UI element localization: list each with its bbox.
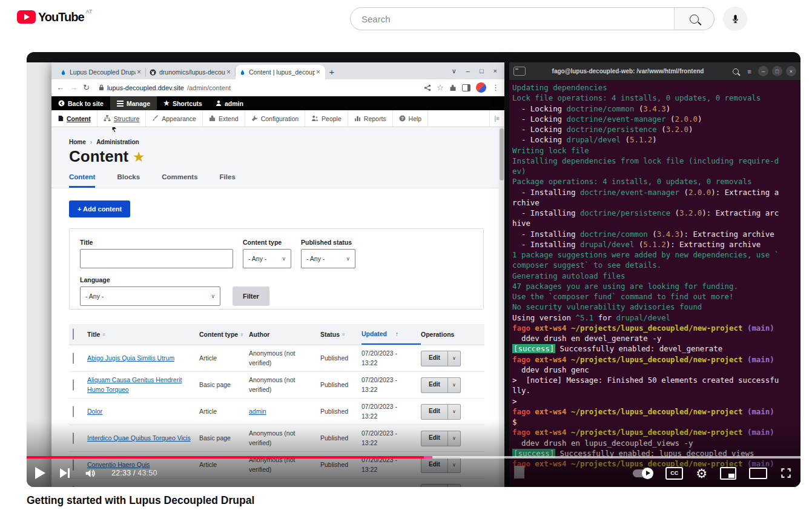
filter-button[interactable]: Filter (233, 286, 269, 306)
language-select[interactable]: - Any -∨ (80, 286, 220, 306)
voice-search-button[interactable] (723, 7, 747, 31)
autoplay-toggle[interactable] (633, 469, 653, 477)
edit-dropdown-button[interactable]: Edit∨ (421, 431, 461, 446)
menu-item-structure[interactable]: Structure (97, 110, 147, 127)
admin-user-button[interactable]: admin (209, 96, 250, 110)
search-button[interactable] (674, 7, 715, 30)
title-filter-input[interactable] (80, 249, 233, 268)
settings-gear-icon[interactable]: ⚙ (696, 467, 707, 480)
terminal-new-tab-icon[interactable] (513, 67, 526, 76)
tab-blocks[interactable]: Blocks (117, 173, 140, 188)
shortcuts-button[interactable]: ★ Shortcuts (157, 96, 209, 110)
terminal-output[interactable]: Updating dependenciesLock file operation… (509, 81, 800, 487)
theater-mode-button[interactable] (749, 468, 767, 479)
profile-avatar[interactable] (476, 82, 486, 93)
content-title-link[interactable]: Abigo Jugis Quia Similis Utrum (87, 354, 174, 362)
chevron-down-icon[interactable]: ∨ (447, 351, 460, 366)
fullscreen-button[interactable] (780, 467, 792, 479)
row-checkbox[interactable] (73, 379, 74, 391)
side-panel-icon[interactable] (462, 84, 470, 91)
browser-tab-1[interactable]: Lupus Decoupled Drupal× (56, 65, 146, 79)
bookmark-star-icon[interactable]: ☆ (437, 84, 444, 91)
published-status-select[interactable]: - Any -∨ (301, 249, 355, 268)
chevron-down-icon[interactable]: ∨ (447, 431, 460, 446)
minimize-icon[interactable]: – (466, 67, 470, 75)
menu-item-reports[interactable]: Reports (348, 110, 393, 127)
col-status: Status≡ (320, 331, 361, 338)
manage-button[interactable]: Manage (110, 96, 157, 110)
author-link[interactable]: admin (249, 408, 266, 415)
edit-dropdown-button[interactable]: Edit∨ (421, 377, 461, 393)
page-header-region: Home › Administration Content ★ ContentB… (51, 127, 504, 188)
back-to-site-button[interactable]: Back to site (51, 96, 110, 110)
scrollbar-thumb[interactable] (500, 128, 504, 180)
row-checkbox[interactable] (73, 406, 74, 417)
close-icon[interactable]: × (493, 67, 497, 75)
volume-icon[interactable] (84, 467, 97, 480)
share-icon[interactable] (424, 84, 431, 91)
video-player[interactable]: Lupus Decoupled Drupal×drunomics/lupus-d… (27, 52, 800, 487)
add-content-button[interactable]: + Add content (69, 200, 130, 217)
tab-close-icon[interactable]: × (136, 68, 142, 76)
terminal-maximize-icon[interactable]: □ (772, 66, 782, 76)
edit-dropdown-button[interactable]: Edit∨ (421, 404, 461, 420)
miniplayer-button[interactable] (720, 467, 736, 480)
favorite-star-icon[interactable]: ★ (133, 150, 144, 164)
select-all-checkbox[interactable] (73, 328, 74, 340)
reload-icon[interactable]: ↻ (83, 84, 90, 91)
chevron-down-icon[interactable]: ∨ (447, 378, 460, 392)
address-bar[interactable]: lupus-decoupled.ddev.site/admin/content (99, 84, 418, 91)
col-updated-sort[interactable]: Updated ↑ (361, 324, 421, 345)
browser-scrollbar[interactable] (499, 127, 504, 487)
tab-search-icon[interactable]: ∨ (452, 67, 457, 75)
breadcrumb-separator: › (90, 139, 92, 145)
chevron-down-icon[interactable]: ∨ (447, 405, 460, 419)
breadcrumb-administration[interactable]: Administration (96, 139, 139, 145)
row-checkbox[interactable] (73, 353, 74, 364)
extension-pin-icon[interactable] (449, 84, 457, 91)
terminal-search-icon[interactable] (730, 66, 741, 76)
filter-icon[interactable]: ≡ (342, 332, 345, 337)
menu-item-content[interactable]: Content (51, 110, 97, 127)
content-type-select[interactable]: - Any -∨ (243, 249, 291, 268)
row-checkbox[interactable] (73, 432, 74, 444)
captions-button[interactable]: CC (665, 467, 683, 480)
terminal-menu-icon[interactable]: ≡ (744, 66, 754, 76)
breadcrumb-home[interactable]: Home (69, 139, 86, 145)
tab-files[interactable]: Files (220, 173, 236, 188)
content-title-link[interactable]: Interdico Quae Quibus Torqueo Vicis (87, 434, 191, 442)
menu-item-help[interactable]: ?Help (393, 110, 429, 127)
youtube-logo[interactable]: YouTube AT (17, 10, 92, 24)
search-input[interactable] (360, 13, 653, 25)
menu-item-configuration[interactable]: Configuration (245, 110, 305, 127)
browser-toolbar: ← → ↻ lupus-decoupled.ddev.site/admin/co… (51, 79, 504, 96)
browser-tab-3[interactable]: Content | lupus_decouple× (236, 65, 325, 79)
tab-close-icon[interactable]: × (315, 68, 322, 76)
tab-close-icon[interactable]: × (225, 68, 232, 76)
content-title-link[interactable]: Dolor (87, 408, 102, 415)
back-icon[interactable]: ← (56, 84, 64, 91)
content-title-link[interactable]: Aliquam Causa Genitus Hendrerit Humo Tor… (87, 376, 182, 392)
menu-item-people[interactable]: People (305, 110, 348, 127)
filter-icon[interactable]: ≡ (102, 332, 105, 337)
terminal-minimize-icon[interactable]: – (758, 66, 768, 76)
filter-icon[interactable]: ≡ (240, 332, 243, 337)
progress-bar[interactable] (27, 456, 800, 459)
menu-item-appearance[interactable]: Appearance (146, 110, 203, 127)
terminal-close-icon[interactable]: × (786, 66, 796, 76)
edit-dropdown-button[interactable]: Edit∨ (421, 351, 461, 366)
maximize-icon[interactable]: □ (480, 67, 484, 75)
menu-item-extend[interactable]: Extend (203, 110, 245, 127)
next-button[interactable] (60, 468, 70, 478)
forward-icon[interactable]: → (70, 84, 78, 91)
browser-menu-icon[interactable]: ⋮ (492, 84, 500, 91)
terminal-line: No security vulnerability advisories fou… (512, 302, 800, 312)
tab-comments[interactable]: Comments (162, 173, 197, 188)
browser-tab-2[interactable]: drunomics/lupus-decoup× (146, 65, 236, 79)
new-tab-button[interactable]: + (325, 65, 338, 78)
chevron-down-icon: ∨ (282, 256, 286, 262)
play-button[interactable] (35, 467, 45, 479)
toolbar-orientation-toggle[interactable]: |≡ (489, 110, 504, 127)
tab-content[interactable]: Content (69, 173, 95, 188)
progress-scrubber[interactable] (424, 456, 432, 459)
